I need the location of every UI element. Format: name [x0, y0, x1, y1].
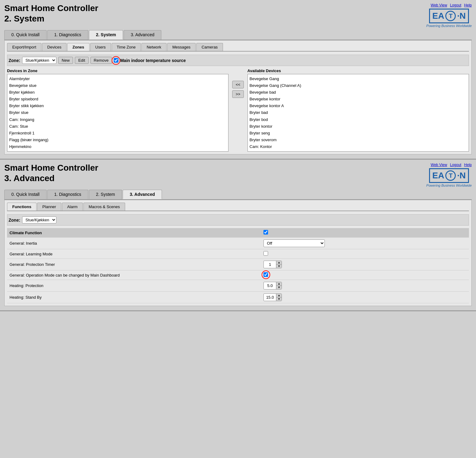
learning-mode-checkbox[interactable]	[263, 251, 268, 256]
sub-tab-zones[interactable]: Zones	[67, 43, 89, 51]
main-tab-quick-install-2[interactable]: 0. Quick Install	[4, 190, 47, 199]
devices-in-zone-box: Devices in Zone Alarmbryter Bevegelse st…	[7, 68, 228, 152]
devices-in-zone-list[interactable]: Alarmbryter Bevegelse stue Bryter kjøkke…	[7, 74, 228, 152]
web-view-link-1[interactable]: Web View	[431, 3, 447, 7]
zone-row-1: Zone: Stue/Kjøkken New Edit Remove Main …	[7, 55, 469, 66]
sub-tab-messages[interactable]: Messages	[167, 43, 196, 51]
list-item[interactable]: Cam: Inngang	[9, 116, 227, 123]
main-tab-system-1[interactable]: 2. System	[89, 30, 123, 40]
list-item[interactable]: Bevegelse kontor	[249, 96, 467, 103]
available-devices-label: Available Devices	[248, 68, 469, 73]
form-row-inertia: General: Inertia Off Low Medium High	[7, 238, 469, 249]
list-item[interactable]: Bevegelse Gang	[249, 76, 467, 82]
list-item[interactable]: Hjemmekino	[9, 143, 227, 150]
list-item[interactable]: Bryter kontor	[249, 123, 467, 130]
main-tab-diagnostics-2[interactable]: 1. Diagnostics	[47, 190, 88, 199]
main-temp-checkbox-wrapper	[114, 58, 118, 63]
heating-standby-input[interactable]	[264, 294, 276, 300]
zone-label-1: Zone:	[9, 58, 20, 63]
list-item[interactable]: Bryter spisebord	[9, 96, 227, 103]
heating-protection-input[interactable]	[264, 283, 276, 289]
operation-mode-value	[261, 270, 469, 280]
main-tab-system-2[interactable]: 2. System	[89, 190, 122, 199]
inertia-label: General: Inertia	[7, 238, 261, 249]
transfer-buttons: << >>	[231, 78, 245, 101]
heating-protection-down[interactable]: ▼	[276, 286, 282, 289]
zone-row-2: Zone: Stue/Kjøkken	[7, 214, 469, 226]
protection-timer-spinner[interactable]: ▲ ▼	[263, 261, 282, 268]
list-item[interactable]: Bevegelse kontor A	[249, 103, 467, 109]
heating-standby-label: Heating: Stand By	[7, 292, 261, 303]
list-item[interactable]: Bryter kjøkken	[9, 89, 227, 96]
heating-standby-down[interactable]: ▼	[276, 297, 282, 301]
web-view-link-2[interactable]: Web View	[431, 163, 447, 167]
protection-timer-label: General: Protection Timer	[7, 259, 261, 270]
available-devices-list[interactable]: Bevegelse Gang Bevegelse Gang (Channel A…	[248, 74, 469, 152]
main-temp-checkbox[interactable]	[114, 58, 118, 63]
advanced-form-table: Climate Function General: Inertia Off Lo…	[7, 228, 469, 303]
transfer-right-button[interactable]: >>	[232, 90, 244, 98]
climate-function-checkbox[interactable]	[263, 230, 268, 235]
list-item[interactable]: Bryter bod	[249, 116, 467, 123]
sub-tab-network[interactable]: Network	[141, 43, 167, 51]
operation-mode-checkbox[interactable]	[263, 272, 268, 277]
sub-tab-macros-scenes[interactable]: Macros & Scenes	[83, 203, 125, 211]
climate-function-value	[261, 228, 469, 238]
sub-tab-users[interactable]: Users	[90, 43, 111, 51]
protection-timer-up[interactable]: ▲	[276, 261, 282, 265]
protection-timer-value: ▲ ▼	[261, 259, 469, 270]
heating-protection-up[interactable]: ▲	[276, 282, 282, 286]
logout-link-1[interactable]: Logout	[450, 3, 461, 7]
transfer-left-button[interactable]: <<	[232, 81, 244, 88]
sub-tab-timezone[interactable]: Time Zone	[112, 43, 141, 51]
main-tab-quick-install-1[interactable]: 0. Quick Install	[4, 30, 47, 40]
devices-in-zone-label: Devices in Zone	[7, 68, 228, 73]
form-row-learning-mode: General: Learning Mode	[7, 249, 469, 259]
sub-tab-devices[interactable]: Devices	[42, 43, 67, 51]
remove-button-1[interactable]: Remove	[90, 57, 112, 64]
zone-select-1[interactable]: Stue/Kjøkken	[22, 57, 56, 64]
list-item[interactable]: Bevegelse bad	[249, 89, 467, 96]
protection-timer-input[interactable]	[264, 262, 276, 267]
list-item[interactable]: Cam: Kontor	[249, 143, 467, 150]
heating-protection-label: Heating: Protection	[7, 280, 261, 292]
sub-tab-functions[interactable]: Functions	[7, 203, 36, 211]
climate-function-label: Climate Function	[7, 228, 261, 238]
list-item[interactable]: Bevegelse stue	[9, 82, 227, 89]
list-item[interactable]: Bryter bad	[249, 109, 467, 116]
sub-tabs-2: Functions Planner Alarm Macros & Scenes	[7, 203, 469, 211]
main-tab-diagnostics-1[interactable]: 1. Diagnostics	[47, 30, 88, 40]
page-title-section1: Smart Home Controller 2. System	[4, 3, 98, 24]
sub-tab-alarm[interactable]: Alarm	[62, 203, 83, 211]
main-tab-advanced-2[interactable]: 3. Advanced	[123, 190, 162, 199]
edit-button-1[interactable]: Edit	[75, 57, 88, 64]
zone-select-2[interactable]: Stue/Kjøkken	[22, 216, 56, 223]
list-item[interactable]: Bevegelse Gang (Channel A)	[249, 82, 467, 89]
sub-tab-export-import[interactable]: Export/Import	[7, 43, 41, 51]
sub-tab-planner[interactable]: Planner	[37, 203, 61, 211]
list-item[interactable]: Bryter stikk kjøkken	[9, 103, 227, 109]
sub-tab-cameras[interactable]: Cameras	[196, 43, 223, 51]
list-item[interactable]: Fjernkontroll 1	[9, 130, 227, 137]
help-link-1[interactable]: Help	[464, 3, 472, 7]
list-item[interactable]: Bryter soverom	[249, 137, 467, 143]
logout-link-2[interactable]: Logout	[450, 163, 461, 167]
new-button-1[interactable]: New	[58, 57, 73, 64]
heating-protection-spinner[interactable]: ▲ ▼	[263, 282, 282, 289]
help-link-2[interactable]: Help	[464, 163, 472, 167]
list-item[interactable]: Flagg (binær inngang)	[9, 137, 227, 143]
list-item[interactable]: Bryter seng	[249, 130, 467, 137]
heating-standby-up[interactable]: ▲	[276, 294, 282, 297]
list-item[interactable]: Bryter stue	[9, 109, 227, 116]
protection-timer-down[interactable]: ▼	[276, 265, 282, 268]
list-item[interactable]: Cam: Stue	[9, 123, 227, 130]
list-item[interactable]: Alarmbryter	[9, 76, 227, 82]
heating-standby-spinner[interactable]: ▲ ▼	[263, 293, 282, 301]
inertia-select[interactable]: Off Low Medium High	[263, 239, 325, 247]
learning-mode-label: General: Learning Mode	[7, 249, 261, 259]
content-area-2: Functions Planner Alarm Macros & Scenes …	[4, 200, 472, 306]
main-tab-advanced-1[interactable]: 3. Advanced	[124, 30, 161, 40]
main-tabs-1: 0. Quick Install 1. Diagnostics 2. Syste…	[4, 30, 472, 40]
eaton-tagline-2: Powering Business Worldwide	[426, 184, 472, 187]
devices-layout: Devices in Zone Alarmbryter Bevegelse st…	[7, 68, 469, 152]
